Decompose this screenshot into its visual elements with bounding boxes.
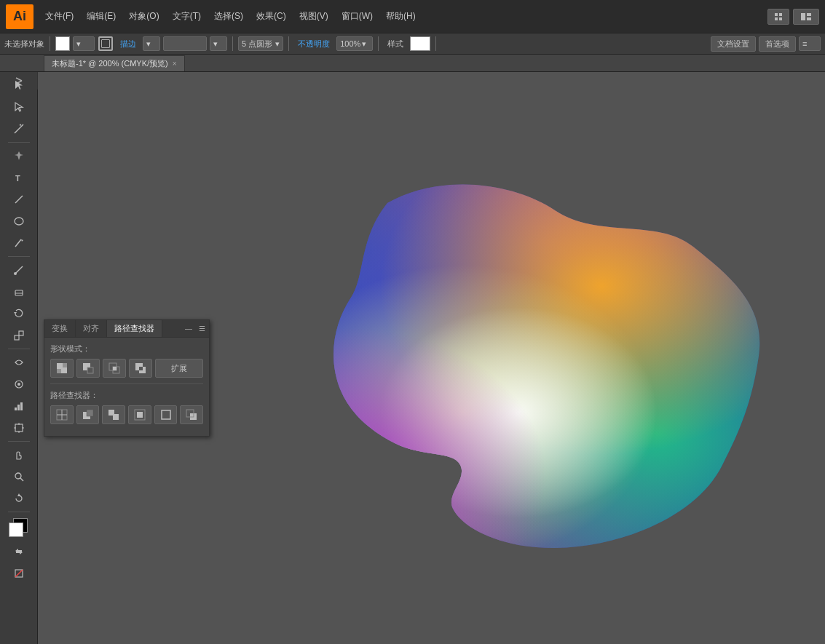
tool-sep-3 [8,349,30,349]
swap-colors-btn[interactable] [7,541,31,562]
tab-close-btn[interactable]: × [173,60,177,68]
svg-marker-34 [17,493,20,496]
svg-rect-27 [15,424,23,432]
pathfinder-minus-back[interactable] [180,405,203,424]
selection-tool[interactable] [7,75,31,95]
menu-select[interactable]: 选择(S) [208,7,249,25]
eraser-tool[interactable] [7,282,31,302]
panel-content: 形状模式： [44,338,209,436]
shape-mode-exclude[interactable] [129,359,152,378]
sep-3 [288,36,289,51]
panel-tab-pathfinder[interactable]: 路径查找器 [107,320,162,337]
shape-modes-row: 扩展 [50,359,203,378]
ellipse-tool[interactable] [7,211,31,231]
symbol-tool[interactable] [7,374,31,394]
stroke-icon[interactable] [98,36,113,51]
svg-rect-0 [775,13,778,16]
no-selection-label: 未选择对象 [4,39,44,49]
shape-mode-minus-front[interactable] [76,359,100,378]
svg-rect-67 [162,410,170,419]
menu-view[interactable]: 视图(V) [293,7,334,25]
fill-color[interactable] [55,36,70,51]
menu-help[interactable]: 帮助(H) [380,7,422,25]
artboard-tool[interactable] [7,418,31,438]
rotate-tool[interactable] [7,303,31,324]
svg-rect-57 [139,367,143,370]
panel-tab-transform[interactable]: 变换 [44,320,76,337]
artwork-canvas [242,159,795,581]
fill-dropdown[interactable]: ▾ [73,36,95,51]
scale-tool[interactable] [7,325,31,346]
svg-rect-26 [20,402,23,410]
pathfinder-label: 路径查找器： [50,390,203,401]
svg-rect-62 [87,410,93,416]
rotate-view-tool[interactable] [7,488,31,509]
layout-btn-2[interactable] [793,9,819,25]
svg-rect-54 [113,367,117,370]
svg-rect-24 [15,408,17,410]
opacity-label: 不透明度 [294,36,333,51]
layout-btn-1[interactable] [767,9,789,25]
point-type[interactable]: 5 点圆形 ▾ [238,36,283,51]
shape-mode-intersect[interactable] [103,359,126,378]
style-swatch[interactable] [410,36,430,51]
svg-point-16 [14,272,17,275]
menubar: Ai 文件(F) 编辑(E) 对象(O) 文字(T) 选择(S) 效果(C) 视… [0,0,825,33]
menu-effect[interactable]: 效果(C) [250,7,292,25]
svg-rect-66 [137,412,143,418]
stroke-dropdown[interactable]: ▾ [143,36,160,51]
pathfinder-outline[interactable] [154,405,178,424]
pathfinder-trim[interactable] [76,405,100,424]
expand-btn[interactable]: 扩展 [155,359,203,378]
direct-selection-tool[interactable] [7,97,31,117]
panel-menu-btn[interactable]: ☰ [194,320,209,337]
pathfinder-row [50,405,203,424]
pathfinder-merge[interactable] [102,405,125,424]
document-tab[interactable]: 未标题-1* @ 200% (CMYK/预览) × [44,55,185,71]
tool-sep-4 [8,441,30,442]
panel-tab-align[interactable]: 对齐 [76,320,107,337]
stroke-label: 描边 [117,36,140,51]
svg-rect-45 [242,159,795,581]
menu-window[interactable]: 窗口(W) [336,7,379,25]
canvas-area: 变换 对齐 路径查找器 — ☰ 形状模式： [38,72,825,644]
extra-options[interactable]: ≡ [799,36,821,51]
menu-text[interactable]: 文字(T) [167,7,207,25]
shape-mode-unite[interactable] [50,359,74,378]
opacity-value[interactable]: 100% ▾ [336,36,373,51]
tool-sep-5 [8,512,30,512]
svg-marker-19 [14,312,17,314]
pen-tool[interactable] [7,146,31,166]
menu-object[interactable]: 对象(O) [123,7,165,25]
stroke-value-dropdown[interactable]: ▾ [210,36,227,51]
options-toolbar: 未选择对象 ▾ 描边 ▾ ▾ 5 点圆形 ▾ 不透明度 100% ▾ 样式 文档… [0,33,825,55]
svg-rect-4 [801,13,805,20]
svg-rect-51 [87,367,93,373]
pathfinder-divide[interactable] [50,405,74,424]
line-tool[interactable] [7,189,31,210]
paintbrush-tool[interactable] [7,260,31,280]
tool-sep-2 [8,256,30,257]
pencil-tool[interactable] [7,233,31,253]
hand-tool[interactable] [7,445,31,465]
preferences-btn[interactable]: 首选项 [759,36,796,52]
doc-settings-btn[interactable]: 文档设置 [711,36,756,52]
menu-file[interactable]: 文件(F) [39,7,79,25]
svg-line-9 [15,127,20,133]
stroke-value-box[interactable] [163,36,207,51]
fill-none-btn[interactable] [7,563,31,584]
warp-tool[interactable] [7,352,31,373]
color-indicators[interactable] [7,518,31,538]
menu-edit[interactable]: 编辑(E) [81,7,122,25]
pathfinder-crop[interactable] [128,405,151,424]
svg-rect-64 [113,414,119,420]
svg-rect-21 [19,331,23,335]
svg-rect-25 [17,405,20,410]
graph-tool[interactable] [7,396,31,416]
magic-wand-tool[interactable] [7,119,31,139]
panel-minimize-btn[interactable]: — [183,320,194,337]
tool-sep-1 [8,142,30,143]
zoom-tool[interactable] [7,466,31,487]
type-tool[interactable]: T [7,167,31,188]
background-color[interactable] [9,522,23,537]
